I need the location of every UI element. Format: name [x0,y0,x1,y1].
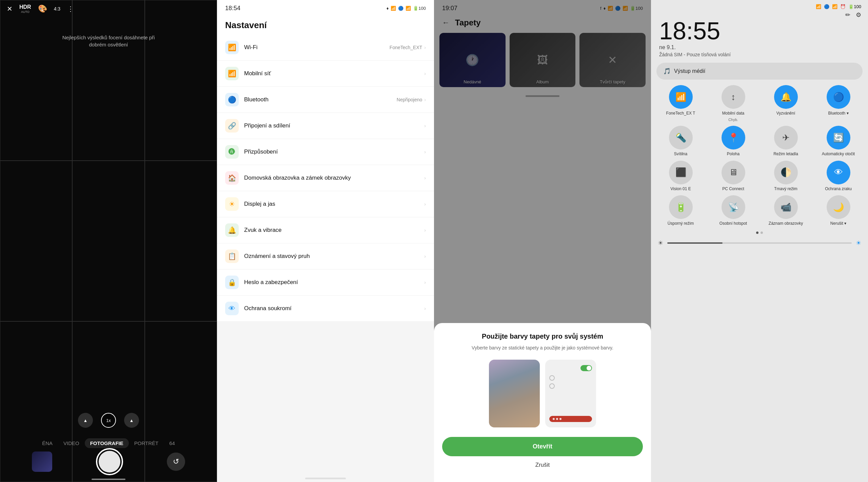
hotspot-tile-label: Osobní hotspot [719,221,747,226]
tile-wifi[interactable]: 📶 FoneTech_EX T [656,85,705,122]
ratio-icon[interactable]: 4:3 [54,6,60,12]
location-tile-btn[interactable]: 📍 [722,126,745,149]
camera-bottom-bar: ↺ [0,448,217,475]
privacy-settings-icon: 👁 [225,302,239,315]
settings-item-homescreen[interactable]: 🏠 Domovská obrazovka a zámek obrazovky › [217,165,434,191]
wifi-icon: 📶 [406,6,411,11]
mode-video[interactable]: VIDEO [58,438,85,448]
dot-1 [756,232,758,234]
wallpaper-dialog: Použijte barvy tapety pro svůj systém Vy… [434,323,651,482]
dialog-open-button[interactable]: Otevřít [442,437,643,456]
brightness-slider[interactable] [667,242,852,244]
bt-tile-btn[interactable]: 🔵 [827,85,850,109]
bluetooth-value: Nepřipojeno [397,97,422,102]
tele-zoom-btn[interactable]: ▲ [124,413,139,428]
mode-scena[interactable]: ÉNA [37,438,58,448]
dnd-tile-btn[interactable]: 🌙 [827,195,850,219]
more-vert-icon[interactable]: ⋮ [67,5,74,13]
security-chevron: › [424,280,426,285]
mode-64[interactable]: 64 [164,438,180,448]
tile-vision[interactable]: ⬛ Vision 01 E [656,161,705,191]
privacy-label: Ochrana soukromí [244,305,292,312]
mobile-chevron: › [424,71,426,76]
settings-bottom-bar [305,478,346,479]
battery-tile-label: Úsporný režim [668,221,694,226]
customize-label: Přizpůsobení [244,148,278,155]
zoom-1x-btn[interactable]: 1x [101,413,116,428]
tile-ringtone[interactable]: 🔔 Vyzvánění [762,85,810,122]
camera-focus-hint: Nejlepších výsledků focení dosáhnete při… [58,34,159,48]
settings-item-privacy[interactable]: 👁 Ochrana soukromí › [217,296,434,322]
record-tile-btn[interactable]: 📹 [774,195,798,219]
dot-3 [559,418,561,420]
tile-screen-record[interactable]: 📹 Záznam obrazovky [762,195,810,226]
quick-media-output[interactable]: 🎵 Výstup médií [656,63,863,80]
color-wheel-icon[interactable]: 🎨 [38,4,47,13]
tile-location[interactable]: 📍 Poloha [709,126,757,156]
mobile-tile-btn[interactable]: ↕ [722,85,745,109]
settings-item-sound[interactable]: 🔔 Zvuk a vibrace › [217,217,434,243]
tile-dnd[interactable]: 🌙 Nerušit ▾ [814,195,863,226]
tile-dark-mode[interactable]: 🌓 Tmavý režim [762,161,810,191]
settings-item-notifications[interactable]: 📋 Oznámení a stavový pruh › [217,243,434,269]
camera-controls: ▲ 1x ▲ [0,413,217,428]
tile-hotspot[interactable]: 📡 Osobní hotspot [709,195,757,226]
camera-shutter-btn[interactable] [96,448,123,475]
tile-rotate[interactable]: 🔄 Automaticky otočit [814,126,863,156]
radio-1 [549,375,555,381]
torch-tile-btn[interactable]: 🔦 [669,126,693,149]
wallpaper-dialog-overlay: Použijte barvy tapety pro svůj systém Vy… [434,0,651,482]
settings-item-wifi[interactable]: 📶 Wi-Fi FoneTech_EXT › [217,35,434,61]
hdr-badge[interactable]: HDR AUTO [19,4,31,14]
tile-mobile-data[interactable]: ↕ Mobilní data Chyb. [709,85,757,122]
dialog-cancel-button[interactable]: Zrušit [442,462,643,468]
rotate-tile-btn[interactable]: 🔄 [827,126,850,149]
mode-portre[interactable]: PORTRÉT [129,438,164,448]
eye-tile-label: Ochrana zraku [825,186,852,191]
camera-switch-btn[interactable]: ↺ [167,453,185,471]
tile-torch[interactable]: 🔦 Svítilna [656,126,705,156]
battery-tile-btn[interactable]: 🔋 [669,195,693,219]
wifi-value: FoneTech_EXT [390,45,422,50]
hotspot-tile-btn[interactable]: 📡 [722,195,745,219]
tile-airplane[interactable]: ✈ Režim letadla [762,126,810,156]
pin-icon: ♦ [387,6,389,11]
settings-icon[interactable]: ⚙ [856,11,861,19]
tile-bluetooth[interactable]: 🔵 Bluetooth ▾ [814,85,863,122]
brightness-low-icon: ☀ [658,239,663,247]
camera-top-bar: ✕ HDR AUTO 🎨 4:3 ⋮ [0,0,217,18]
wifi-tile-btn[interactable]: 📶 [669,85,693,109]
airplane-tile-btn[interactable]: ✈ [774,126,798,149]
camera-thumbnail[interactable] [32,451,52,472]
quick-status-bar: 📶 🔵 📶 ⏰ 🔋100 [651,0,868,11]
ringtone-tile-btn[interactable]: 🔔 [774,85,798,109]
light-preview [545,360,596,427]
wifi-status-icon: 📶 [832,4,837,9]
tile-battery-save[interactable]: 🔋 Úsporný režim [656,195,705,226]
edit-icon[interactable]: ✏ [845,11,850,19]
connection-chevron: › [424,123,426,128]
settings-item-display[interactable]: ☀ Displej a jas › [217,191,434,217]
pc-tile-btn[interactable]: 🖥 [722,161,745,184]
notif-chevron: › [424,254,426,259]
display-label: Displej a jas [244,201,275,207]
tile-eye-protect[interactable]: 👁 Ochrana zraku [814,161,863,191]
settings-item-connection[interactable]: 🔗 Připojení a sdílení › [217,113,434,139]
quick-brightness-row: ☀ ☀ [651,237,868,248]
dark-tile-btn[interactable]: 🌓 [774,161,798,184]
settings-item-security[interactable]: 🔒 Heslo a zabezpečení › [217,269,434,296]
tile-pc-connect[interactable]: 🖥 PC Connect [709,161,757,191]
mode-foto[interactable]: FOTOGRAFIE [85,438,129,448]
camera-bottom-indicator [92,479,125,480]
settings-item-customize[interactable]: 🅐 Přizpůsobení › [217,139,434,165]
wide-zoom-btn[interactable]: ▲ [78,413,93,428]
wallpaper-panel: 19:07 f ♦ 📶 🔵 📶 🔋100 ← Tapety 🕐 Nedávné … [434,0,651,482]
flash-icon[interactable]: ✕ [7,5,13,13]
mobile-settings-icon: 📶 [225,67,239,80]
vision-tile-btn[interactable]: ⬛ [669,161,693,184]
settings-item-bluetooth[interactable]: 🔵 Bluetooth Nepřipojeno › [217,87,434,113]
brightness-high-icon: ☀ [856,239,861,247]
settings-item-mobile[interactable]: 📶 Mobilní síť › [217,61,434,87]
eye-tile-btn[interactable]: 👁 [827,161,850,184]
bluetooth-chevron: › [424,97,426,102]
